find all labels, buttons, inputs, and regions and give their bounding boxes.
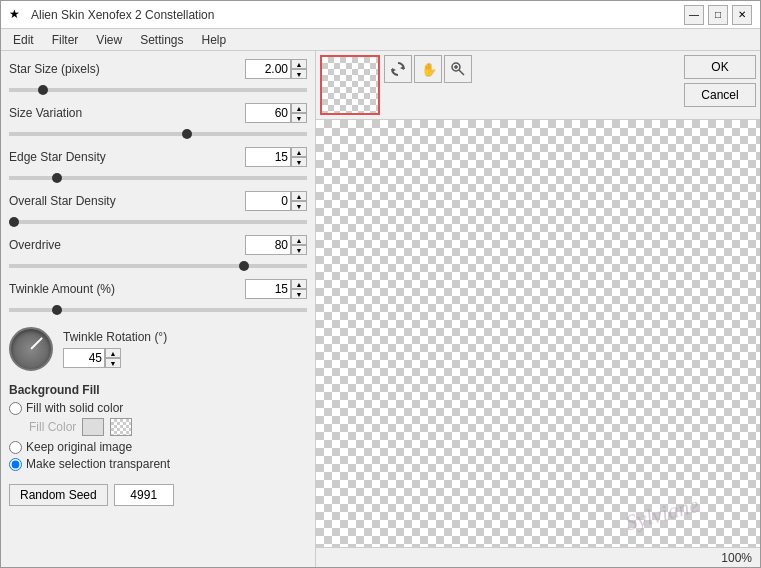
- svg-line-4: [459, 70, 464, 75]
- overall-star-density-group: Overall Star Density ▲ ▼: [9, 191, 307, 231]
- overdrive-input[interactable]: [245, 235, 291, 255]
- watermark: Sylviane: [623, 492, 702, 536]
- overall-star-density-input[interactable]: [245, 191, 291, 211]
- edge-star-density-group: Edge Star Density ▲ ▼: [9, 147, 307, 187]
- pan-icon: ✋: [420, 61, 436, 77]
- pan-tool-button[interactable]: ✋: [414, 55, 442, 83]
- fill-color-label: Fill Color: [29, 420, 76, 434]
- twinkle-amount-label: Twinkle Amount (%): [9, 282, 245, 296]
- ok-button[interactable]: OK: [684, 55, 756, 79]
- twinkle-amount-slider[interactable]: [9, 308, 307, 312]
- size-variation-input-group: ▲ ▼: [245, 103, 307, 123]
- star-size-row: Star Size (pixels) ▲ ▼: [9, 59, 307, 79]
- maximize-button[interactable]: □: [708, 5, 728, 25]
- random-seed-input[interactable]: [114, 484, 174, 506]
- menu-view[interactable]: View: [88, 31, 130, 49]
- cancel-button[interactable]: Cancel: [684, 83, 756, 107]
- overdrive-up[interactable]: ▲: [291, 235, 307, 245]
- edge-star-density-row: Edge Star Density ▲ ▼: [9, 147, 307, 167]
- title-bar-left: ★ Alien Skin Xenofex 2 Constellation: [9, 7, 214, 23]
- zoom-icon: [450, 61, 466, 77]
- size-variation-label: Size Variation: [9, 106, 245, 120]
- keep-original-radio[interactable]: [9, 441, 22, 454]
- toolbar-area: ✋: [384, 55, 472, 85]
- star-size-label: Star Size (pixels): [9, 62, 245, 76]
- twinkle-rotation-right: Twinkle Rotation (°) ▲ ▼: [63, 330, 167, 368]
- fill-solid-label[interactable]: Fill with solid color: [26, 401, 123, 415]
- overall-star-density-slider[interactable]: [9, 220, 307, 224]
- twinkle-amount-input[interactable]: [245, 279, 291, 299]
- background-fill-section: Background Fill Fill with solid color Fi…: [9, 383, 307, 474]
- svg-marker-0: [400, 66, 404, 70]
- main-content: Star Size (pixels) ▲ ▼ Size Vari: [1, 51, 760, 567]
- star-size-input-group: ▲ ▼: [245, 59, 307, 79]
- menu-help[interactable]: Help: [194, 31, 235, 49]
- star-size-slider-row: [9, 81, 307, 95]
- fill-color-row: Fill Color: [29, 418, 307, 436]
- twinkle-amount-input-group: ▲ ▼: [245, 279, 307, 299]
- star-size-down[interactable]: ▼: [291, 69, 307, 79]
- fill-color-swatch-1[interactable]: [82, 418, 104, 436]
- size-variation-up[interactable]: ▲: [291, 103, 307, 113]
- left-panel: Star Size (pixels) ▲ ▼ Size Vari: [1, 51, 316, 567]
- size-variation-spin: ▲ ▼: [291, 103, 307, 123]
- menu-bar: Edit Filter View Settings Help: [1, 29, 760, 51]
- right-wrapper: ✋ OK Cancel: [316, 51, 760, 567]
- rotate-icon: [390, 61, 406, 77]
- size-variation-slider[interactable]: [9, 132, 307, 136]
- overall-star-density-down[interactable]: ▼: [291, 201, 307, 211]
- keep-original-row: Keep original image: [9, 440, 307, 454]
- rotate-tool-button[interactable]: [384, 55, 412, 83]
- twinkle-amount-group: Twinkle Amount (%) ▲ ▼: [9, 279, 307, 319]
- overdrive-down[interactable]: ▼: [291, 245, 307, 255]
- close-button[interactable]: ✕: [732, 5, 752, 25]
- overdrive-slider-row: [9, 257, 307, 271]
- bg-fill-title: Background Fill: [9, 383, 307, 397]
- main-window: ★ Alien Skin Xenofex 2 Constellation — □…: [0, 0, 761, 568]
- size-variation-slider-row: [9, 125, 307, 139]
- star-size-up[interactable]: ▲: [291, 59, 307, 69]
- twinkle-amount-up[interactable]: ▲: [291, 279, 307, 289]
- twinkle-rotation-dial[interactable]: [9, 327, 53, 371]
- edge-star-density-down[interactable]: ▼: [291, 157, 307, 167]
- twinkle-amount-down[interactable]: ▼: [291, 289, 307, 299]
- menu-settings[interactable]: Settings: [132, 31, 191, 49]
- fill-color-swatch-2[interactable]: [110, 418, 132, 436]
- overall-star-density-slider-row: [9, 213, 307, 227]
- make-transparent-label[interactable]: Make selection transparent: [26, 457, 170, 471]
- make-transparent-radio[interactable]: [9, 458, 22, 471]
- overdrive-input-group: ▲ ▼: [245, 235, 307, 255]
- twinkle-rotation-label: Twinkle Rotation (°): [63, 330, 167, 344]
- twinkle-rotation-input[interactable]: [63, 348, 105, 368]
- twinkle-rotation-up[interactable]: ▲: [105, 348, 121, 358]
- right-header: ✋ OK Cancel: [316, 51, 760, 120]
- edge-star-density-input[interactable]: [245, 147, 291, 167]
- size-variation-down[interactable]: ▼: [291, 113, 307, 123]
- twinkle-rotation-down[interactable]: ▼: [105, 358, 121, 368]
- twinkle-rotation-spin: ▲ ▼: [105, 348, 121, 368]
- title-controls: — □ ✕: [684, 5, 752, 25]
- fill-solid-row: Fill with solid color: [9, 401, 307, 415]
- size-variation-group: Size Variation ▲ ▼: [9, 103, 307, 143]
- title-bar: ★ Alien Skin Xenofex 2 Constellation — □…: [1, 1, 760, 29]
- keep-original-label[interactable]: Keep original image: [26, 440, 132, 454]
- make-transparent-row: Make selection transparent: [9, 457, 307, 471]
- fill-solid-radio[interactable]: [9, 402, 22, 415]
- menu-edit[interactable]: Edit: [5, 31, 42, 49]
- overall-star-density-up[interactable]: ▲: [291, 191, 307, 201]
- minimize-button[interactable]: —: [684, 5, 704, 25]
- zoom-level: 100%: [721, 551, 752, 565]
- zoom-tool-button[interactable]: [444, 55, 472, 83]
- size-variation-input[interactable]: [245, 103, 291, 123]
- size-variation-row: Size Variation ▲ ▼: [9, 103, 307, 123]
- edge-star-density-up[interactable]: ▲: [291, 147, 307, 157]
- action-buttons: OK Cancel: [684, 55, 756, 107]
- overdrive-slider[interactable]: [9, 264, 307, 268]
- edge-star-density-slider[interactable]: [9, 176, 307, 180]
- menu-filter[interactable]: Filter: [44, 31, 87, 49]
- star-size-group: Star Size (pixels) ▲ ▼: [9, 59, 307, 99]
- random-seed-button[interactable]: Random Seed: [9, 484, 108, 506]
- preview-box: [320, 55, 380, 115]
- star-size-slider[interactable]: [9, 88, 307, 92]
- star-size-input[interactable]: [245, 59, 291, 79]
